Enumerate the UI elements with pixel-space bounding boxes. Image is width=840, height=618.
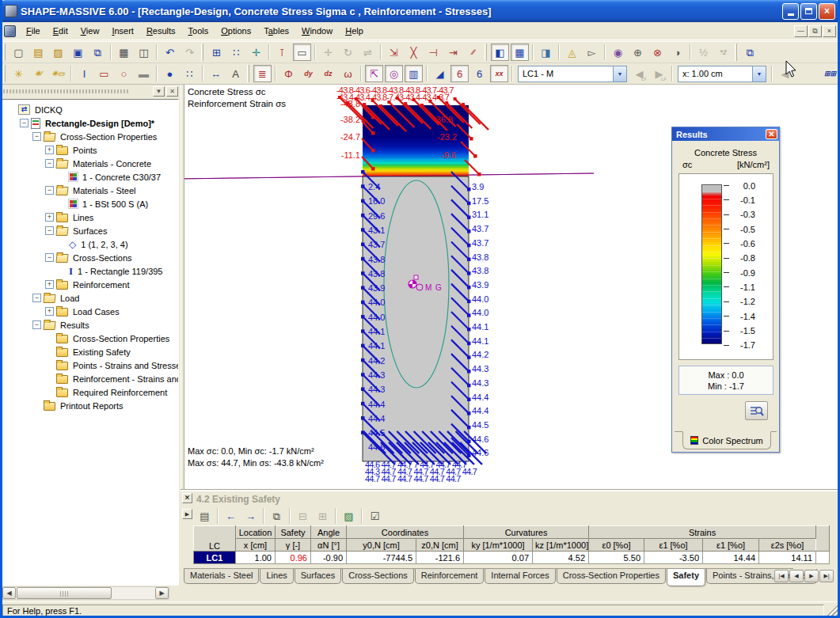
tab-color-spectrum[interactable]: Color Spectrum [682,431,771,449]
scale-double-button[interactable]: *2 [714,44,732,61]
display-properties-button[interactable]: ◨ [537,44,555,61]
spectrum-options-button[interactable] [745,401,768,420]
open-button[interactable]: ▤ [29,44,48,61]
scale-half-button[interactable]: ½ [694,44,713,61]
rotate-button[interactable]: ↻ [339,44,357,61]
menu-tables[interactable]: Tables [257,24,295,38]
section-rect-button[interactable]: ▭ [95,65,113,82]
section-plate-button[interactable]: ▬ [135,65,153,82]
zoom-out-button[interactable]: ⊗ [648,44,667,61]
tree-expander[interactable]: − [32,132,41,141]
tree-item-points-strains-and-stresses[interactable]: Points - Strains and Stresses [4,358,178,372]
tab-cross-section-properties[interactable]: Cross-Section Properties [557,569,666,584]
table-cell[interactable]: 4.52 [533,552,589,564]
rect-select-button[interactable]: ▭ [293,44,311,61]
tree-expander[interactable]: − [45,186,54,195]
panel-drag-handle[interactable] [3,89,130,93]
tree-item-rectangle-design-demo[interactable]: −Rectangle-Design [Demo]* [4,116,178,130]
tree-item-load[interactable]: −Load [4,291,178,305]
tree-item-materials-concrete[interactable]: −Materials - Concrete [4,157,178,170]
table-cell[interactable]: -7744.5 [347,552,416,564]
chevron-down-icon[interactable]: ▼ [613,66,626,82]
open-project-button[interactable]: ▨ [49,44,67,61]
results-panel-titlebar[interactable]: Results ✕ [672,127,779,141]
lf-next-button[interactable]: ▶LF [650,65,668,82]
snap-button[interactable]: ∷ [227,44,245,61]
tree-item-existing-safety[interactable]: Existing Safety [4,345,178,358]
tree-expander[interactable]: + [45,213,54,222]
tree-expander[interactable]: − [20,119,29,127]
stress-dz-button[interactable]: dz [319,65,337,82]
tree-item-results[interactable]: −Results [4,318,178,332]
tab-surfaces[interactable]: Surfaces [295,569,341,584]
stress-phi-button[interactable]: Φ [279,65,298,82]
table-cell[interactable]: 5.50 [589,552,644,564]
reinforcement-button[interactable]: ≣ [253,65,272,82]
tree-item-1-rectangle-119-395[interactable]: I1 - Rectangle 119/395 [4,264,178,278]
grid-button[interactable]: ⊞ [207,44,226,61]
stress-omega-button[interactable]: ω [339,65,357,82]
maximize-button[interactable] [800,3,817,20]
result-sigma-4-button[interactable]: xx [490,65,508,82]
tree-item-printout-reports[interactable]: Printout Reports [4,399,178,412]
table-cell[interactable]: 1.00 [236,552,276,564]
tree-item-dickq[interactable]: ⇄DICKQ [4,103,178,116]
previous-table-button[interactable]: ← [222,507,240,525]
tree-item-1-1-2-3-4[interactable]: ◇1 (1, 2, 3, 4) [4,237,178,251]
scroll-right-button[interactable]: ▶ [155,587,169,599]
tree-item-reinforcement-strains-and-s[interactable]: Reinforcement - Strains and S [4,372,178,385]
minimize-button[interactable] [782,3,799,20]
table-panel-scroll-button[interactable]: ▶ [182,509,192,519]
toolbar-drag-handle[interactable] [485,44,487,61]
mirror-button[interactable]: ⇌ [359,44,377,61]
scale-select[interactable]: x: 1.00 cm▼ [678,66,766,82]
redo-button[interactable]: ↷ [181,44,199,61]
table-cell[interactable]: 0.96 [276,552,311,564]
results-close-button[interactable]: ✕ [766,129,777,139]
tab-safety[interactable]: Safety [667,569,705,586]
tree-expander[interactable]: − [32,320,41,329]
close-button[interactable]: × [819,3,835,20]
zoom-in-button[interactable]: ⊕ [629,44,647,61]
table-cell[interactable]: LC1 [194,552,236,564]
zoom-region-button[interactable]: ◬ [563,44,581,61]
table-cell[interactable]: -121.6 [416,552,464,564]
result-spectrum-button[interactable]: ▥ [405,65,423,82]
load-case-select[interactable]: LC1 - M▼ [518,66,627,82]
tab-cross-sections[interactable]: Cross-Sections [342,569,414,584]
tables-toggle-button[interactable]: ▦ [511,44,529,61]
new-point-button[interactable]: ✳ [10,65,28,82]
toolbar-drag-handle[interactable] [3,65,6,82]
tree-item-cross-section-properties[interactable]: Cross-Section Properties [4,332,178,345]
mdi-close-button[interactable]: × [823,25,836,37]
panel-menu-button[interactable]: ▼ [153,86,165,97]
pin-button[interactable]: ⊺ [273,44,291,61]
tree-expander[interactable]: + [45,146,54,154]
table-cell[interactable]: 14.44 [703,552,759,564]
tree-item-required-reinforcement[interactable]: Required Reinforcement [4,385,178,399]
tab-nav-button-1[interactable]: ◀ [789,570,804,582]
menu-tools[interactable]: Tools [182,24,215,38]
print-button[interactable]: ▦ [115,44,133,61]
window-grid-button[interactable]: ⊞⊞ [821,65,839,82]
edit-break-button[interactable]: ⇲ [385,44,403,61]
filter-settings-button[interactable]: ☑ [366,507,384,525]
lf-previous-button[interactable]: ◀LF [630,65,648,82]
table-cell[interactable]: 14.11 [759,552,816,564]
export-up-button[interactable]: ⊟ [294,507,312,525]
save-button[interactable]: ▣ [69,44,87,61]
tree-expander[interactable]: − [32,294,41,302]
menu-view[interactable]: View [74,24,106,38]
dimension-button[interactable]: ↔ [207,65,225,82]
toolbar-drag-handle[interactable] [3,44,6,61]
menu-file[interactable]: File [20,24,47,38]
result-target-button[interactable]: ◎ [385,65,403,82]
section-circle-button[interactable]: ○ [115,65,133,82]
tree-item-surfaces[interactable]: −Surfaces [4,224,178,237]
tab-lines[interactable]: Lines [260,569,293,584]
chevron-down-icon[interactable]: ▼ [752,66,766,82]
menu-help[interactable]: Help [339,24,370,38]
save-all-button[interactable]: ⧉ [89,44,107,61]
tree-item-points[interactable]: +Points [4,143,178,157]
mdi-minimize-button[interactable]: — [794,25,808,37]
